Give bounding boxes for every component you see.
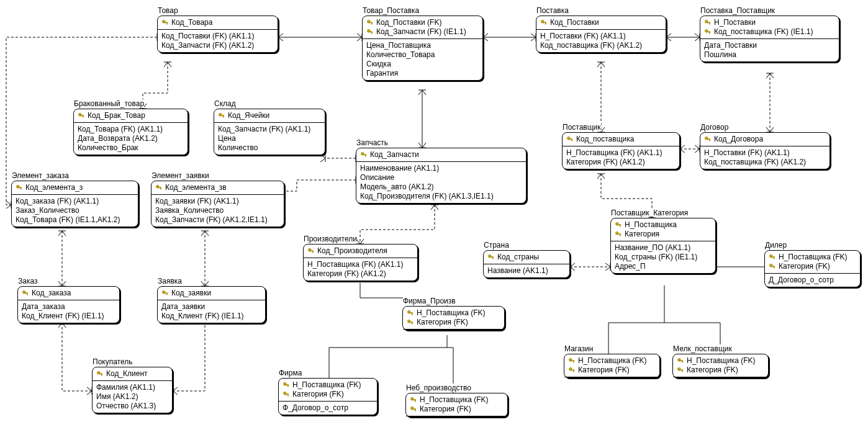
attribute-text: Код_Поставки — [550, 18, 599, 27]
attribute-text: Код_Производителя (FK) (AK1.3,IE1.1) — [360, 192, 494, 201]
svg-rect-95 — [682, 370, 683, 372]
entity-firma: ФирмаН_Поставщика (FK)Категория (FK)Ф_До… — [278, 378, 377, 415]
svg-rect-8 — [20, 188, 22, 189]
attribute-text: Код_Ячейки — [228, 111, 269, 120]
entity-magazin: МагазинН_Поставщика (FK)Категория (FK) — [564, 354, 660, 378]
key-icon — [410, 397, 417, 404]
svg-rect-47 — [287, 395, 289, 396]
attribute-text: Н_Поставки (FK) (AK1.1) — [704, 148, 790, 158]
attribute-text: Пошлина — [704, 50, 736, 60]
entity-title: Мелк_поставщик — [673, 344, 732, 353]
attribute-text: Код_Товара — [171, 18, 212, 27]
svg-rect-34 — [310, 250, 314, 251]
pk-attribute: Код_Товара — [161, 18, 274, 27]
attribute-text: Код_Клиент — [106, 369, 148, 379]
pk-attribute: Н_Поставки — [704, 18, 835, 27]
pk-attribute: Н_Поставщика (FK) — [677, 356, 764, 366]
entity-zayavka: ЗаявкаКод_заявкиДата_заявкиКод_Клиент (F… — [157, 286, 266, 323]
pk-attribute: Код_Запчасти (FK) (IE1.1) — [366, 27, 479, 37]
crowfoot-icon — [320, 155, 325, 162]
entity-tovar_postavka: Товар_ПоставкаКод_Поставки (FK)Код_Запча… — [362, 16, 483, 81]
crowfoot-icon — [173, 387, 178, 395]
pk-attribute: Категория (FK) — [283, 390, 373, 399]
attribute: Пошлина — [704, 50, 835, 60]
pk-attribute: Код_элемента_зв — [155, 183, 280, 192]
attribute-text: Категория (FK) (AK1.2) — [566, 158, 645, 167]
pk-attribute: Код_Клиент — [96, 369, 168, 379]
pk-attribute: Код_заявки — [161, 289, 261, 298]
attribute-text: Адрес_П — [615, 262, 646, 271]
key-icon — [410, 406, 417, 413]
attribute-text: Д_Договор_о_сотр — [769, 276, 834, 285]
attribute-text: Н_Поставщика — [625, 220, 677, 230]
crowfoot-icon — [58, 323, 66, 328]
attribute: Количество — [218, 143, 321, 153]
pk-attribute: Н_Поставщика (FK) — [407, 308, 500, 318]
attribute-text: Код_Запчасти (FK) (AK1.1) — [218, 125, 310, 134]
key-icon — [366, 19, 374, 27]
attr-section: Название_ПО (AK1.1)Код_страны (FK) (IE1.… — [611, 241, 715, 273]
svg-rect-40 — [410, 321, 413, 323]
entity-melk_post: Мелк_поставщикН_Поставщика (FK)Категория… — [672, 354, 769, 378]
svg-rect-31 — [363, 154, 366, 155]
entity-title: Покупатель — [93, 357, 132, 366]
entity-title: Товар — [158, 6, 178, 15]
pk-section: Код_Клиент — [93, 367, 172, 381]
pk-section: Код_элемента_з — [12, 181, 138, 195]
attribute: Н_Поставщика (FK) (AK1.1) — [566, 148, 676, 158]
attribute-text: Количество_Брак — [78, 143, 138, 153]
attribute-text: Код_Договора — [714, 135, 763, 144]
attribute-text: Код_Запчасти (FK) (AK1.2) — [161, 41, 254, 50]
attribute: Код_Клиент (FK) (IE1.1) — [22, 312, 115, 321]
attribute: Д_Договор_о_сотр — [769, 276, 856, 285]
svg-rect-38 — [412, 313, 413, 315]
svg-rect-49 — [413, 399, 416, 400]
attribute-text: Код_поставщика (FK) (AK1.2) — [704, 158, 806, 167]
pk-attribute: Категория (FK) — [568, 366, 656, 375]
entity-title: Поставщик_Категория — [611, 209, 688, 217]
svg-rect-44 — [287, 385, 289, 387]
attribute-text: Дата_Поставки — [704, 41, 757, 50]
svg-rect-35 — [312, 251, 314, 253]
attribute: Адрес_П — [615, 262, 712, 271]
attr-section: Код_заявки (FK) (AK1.1)Заявка_Количество… — [151, 195, 284, 227]
attribute: Код_страны (FK) (IE1.1) — [615, 253, 712, 262]
svg-rect-46 — [286, 393, 289, 395]
svg-rect-86 — [573, 361, 574, 362]
key-icon — [568, 367, 576, 374]
pk-attribute: Код_Поставки — [540, 18, 662, 27]
pk-section: Код_заказа — [18, 287, 119, 300]
pk-section: Код_Поставки (FK)Код_Запчасти (FK) (IE1.… — [363, 16, 482, 39]
pk-attribute: Категория (FK) — [677, 366, 764, 375]
attribute: Количество_Брак — [78, 143, 184, 153]
pk-attribute: Категория (FK) — [407, 318, 500, 327]
key-icon — [566, 136, 574, 143]
attr-section: Н_Поставщика (FK) (AK1.1)Категория (FK) … — [563, 146, 679, 169]
attribute-text: Модель_авто (AK1.2) — [360, 182, 434, 192]
key-icon — [161, 290, 169, 297]
attribute: Заявка_Количество — [155, 206, 280, 215]
svg-rect-37 — [410, 312, 413, 313]
entity-title: Фирма_Произв — [403, 297, 456, 305]
svg-rect-80 — [774, 258, 775, 259]
svg-rect-56 — [545, 23, 546, 24]
attribute-text: Дата_Возврата (AK1.2) — [78, 134, 158, 143]
attr-section: Фамилия (AK1.1)Имя (AK1.2)Отчество (AK1.… — [93, 381, 172, 413]
svg-rect-7 — [19, 187, 22, 188]
entity-zakaz: ЗаказКод_заказаДата_заказаКод_Клиент (FK… — [17, 286, 120, 323]
svg-rect-4 — [81, 115, 84, 116]
pk-attribute: Код_Брак_Товар — [78, 111, 184, 120]
crowfoot-icon — [58, 231, 66, 236]
attribute-text: Код_Производителя — [317, 246, 387, 256]
key-icon — [307, 248, 315, 255]
entity-title: Фирма — [279, 369, 302, 377]
key-icon — [677, 367, 684, 374]
svg-rect-41 — [412, 323, 413, 324]
pk-attribute: Код_Производителя — [307, 246, 414, 256]
crowfoot-icon — [695, 34, 700, 41]
svg-rect-26 — [371, 23, 373, 24]
crowfoot-icon — [278, 34, 283, 41]
pk-attribute: Код_страны — [487, 253, 566, 262]
attribute-text: Код_Клиент (FK) (IE1.1) — [161, 312, 244, 321]
attribute-text: Н_Поставщика (FK) — [687, 356, 755, 366]
